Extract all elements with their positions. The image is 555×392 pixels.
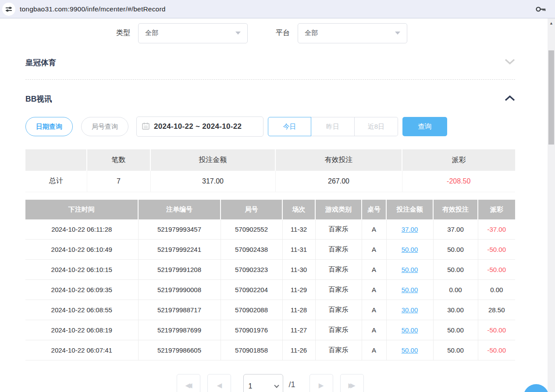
summary-header-row: 笔数 投注金额 有效投注 派彩 (25, 149, 515, 171)
session-cell: 11-28 (282, 300, 315, 320)
valid-bet-cell: 0.00 (433, 280, 478, 300)
bet-amount-link[interactable]: 50.00 (402, 326, 418, 334)
column-header: 桌号 (362, 200, 386, 219)
records-table-body: 2024-10-22 06:11:28521979993457570902552… (25, 219, 515, 360)
session-cell: 11-32 (282, 219, 315, 240)
round-no-cell: 570901976 (221, 320, 282, 340)
filter-row: 类型 全部 平台 全部 (116, 23, 548, 43)
column-header: 游戏类别 (315, 200, 362, 219)
payout-cell: 28.50 (478, 300, 515, 320)
bet-time-cell: 2024-10-22 06:08:55 (25, 300, 138, 320)
table-row: 2024-10-22 06:09:35521979990008570902204… (25, 280, 515, 300)
table-row: 2024-10-22 06:10:15521979991208570902323… (25, 260, 515, 280)
round-no-cell: 570902552 (221, 219, 282, 240)
platform-filter-label: 平台 (276, 28, 290, 38)
table-row: 2024-10-22 06:07:41521979986605570901858… (25, 340, 515, 360)
table-no-cell: A (362, 320, 386, 340)
game-type-cell: 百家乐 (315, 320, 362, 340)
bb-video-title: BB视讯 (25, 94, 52, 104)
payout-cell: -37.00 (478, 219, 515, 240)
table-no-cell: A (362, 280, 386, 300)
payout-cell: 0.00 (478, 280, 515, 300)
table-no-cell: A (362, 240, 386, 260)
table-row: 2024-10-22 06:11:28521979993457570902552… (25, 219, 515, 240)
bet-amount-cell: 50.00 (386, 260, 433, 280)
valid-bet-cell: 30.00 (433, 300, 478, 320)
password-key-icon[interactable] (535, 4, 546, 16)
pagination: ◀◀ ◀ 1 /1 ▶ ▶▶ (25, 374, 515, 392)
vertical-scrollbar[interactable]: ▲ (548, 18, 555, 392)
chevron-down-icon (395, 32, 400, 35)
collapse-chevron-up-icon[interactable] (505, 95, 515, 103)
platform-dropdown[interactable]: 全部 (298, 23, 407, 43)
date-range-value: 2024-10-22 ~ 2024-10-22 (154, 122, 242, 131)
bet-amount-cell: 50.00 (386, 280, 433, 300)
browser-address-bar[interactable]: tongbao31.com:9900/infe/mcenter/#/betRec… (0, 0, 555, 18)
bet-time-cell: 2024-10-22 06:09:35 (25, 280, 138, 300)
round-query-tab[interactable]: 局号查询 (81, 117, 128, 136)
order-no-cell: 521979987699 (138, 320, 221, 340)
valid-bet-cell: 37.00 (433, 219, 478, 240)
summary-payout-value: -208.50 (402, 171, 515, 192)
bet-amount-link[interactable]: 50.00 (402, 266, 418, 273)
last-8-days-button[interactable]: 近8日 (355, 117, 398, 136)
summary-bet-amount-value: 317.00 (150, 171, 275, 192)
section-divider (25, 79, 515, 80)
bet-amount-link[interactable]: 37.00 (402, 226, 418, 233)
bet-amount-link[interactable]: 50.00 (402, 286, 418, 293)
bet-time-cell: 2024-10-22 06:11:28 (25, 219, 138, 240)
bet-time-cell: 2024-10-22 06:10:49 (25, 240, 138, 260)
today-button[interactable]: 今日 (268, 117, 311, 136)
bet-amount-link[interactable]: 50.00 (402, 346, 418, 354)
column-header: 下注时间 (25, 200, 138, 219)
site-controls-icon[interactable] (2, 3, 15, 16)
next-page-button[interactable]: ▶ (310, 374, 333, 392)
summary-header-valid-bet: 有效投注 (275, 149, 402, 171)
platform-dropdown-value: 全部 (305, 29, 395, 37)
summary-header-blank (25, 149, 87, 171)
order-no-cell: 521979992241 (138, 240, 221, 260)
summary-total-row: 总计 7 317.00 267.00 -208.50 (25, 171, 515, 192)
game-type-cell: 百家乐 (315, 260, 362, 280)
column-header: 投注金额 (386, 200, 433, 219)
scroll-up-arrow-icon[interactable]: ▲ (548, 21, 555, 25)
bet-time-cell: 2024-10-22 06:10:15 (25, 260, 138, 280)
bet-record-page: 类型 全部 平台 全部 皇冠体育 BB视讯 (0, 18, 548, 392)
bet-amount-link[interactable]: 50.00 (402, 246, 418, 253)
table-no-cell: A (362, 260, 386, 280)
table-no-cell: A (362, 219, 386, 240)
first-page-button[interactable]: ◀◀ (177, 374, 200, 392)
scrollbar-thumb[interactable] (548, 50, 554, 145)
round-no-cell: 570902204 (221, 280, 282, 300)
page-number-value: 1 (248, 382, 275, 390)
section-crown-sports[interactable]: 皇冠体育 (25, 57, 515, 68)
order-no-cell: 521979990008 (138, 280, 221, 300)
summary-total-label: 总计 (25, 171, 87, 192)
quick-date-button-group: 今日 昨日 近8日 (268, 117, 398, 136)
type-dropdown[interactable]: 全部 (138, 23, 248, 43)
table-no-cell: A (362, 340, 386, 360)
table-row: 2024-10-22 06:10:49521979992241570902438… (25, 240, 515, 260)
game-type-cell: 百家乐 (315, 219, 362, 240)
summary-count-value: 7 (87, 171, 150, 192)
table-row: 2024-10-22 06:08:19521979987699570901976… (25, 320, 515, 340)
prev-page-button[interactable]: ◀ (207, 374, 231, 392)
url-text[interactable]: tongbao31.com:9900/infe/mcenter/#/betRec… (20, 5, 166, 13)
game-type-cell: 百家乐 (315, 280, 362, 300)
bet-amount-cell: 30.00 (386, 300, 433, 320)
summary-table: 笔数 投注金额 有效投注 派彩 总计 7 317.00 267.00 -208.… (25, 149, 515, 192)
last-page-button[interactable]: ▶▶ (340, 374, 364, 392)
date-range-input[interactable]: 2024-10-22 ~ 2024-10-22 (136, 117, 263, 137)
section-bb-video[interactable]: BB视讯 (25, 94, 515, 104)
yesterday-button[interactable]: 昨日 (311, 117, 355, 136)
bet-time-cell: 2024-10-22 06:08:19 (25, 320, 138, 340)
search-button[interactable]: 查询 (402, 117, 447, 136)
round-no-cell: 570902438 (221, 240, 282, 260)
bet-amount-link[interactable]: 30.00 (402, 306, 418, 314)
bet-amount-cell: 50.00 (386, 320, 433, 340)
column-header: 场次 (282, 200, 315, 219)
column-header: 注单编号 (138, 200, 221, 219)
date-query-tab[interactable]: 日期查询 (25, 117, 73, 136)
page-number-select[interactable]: 1 (243, 374, 283, 392)
collapse-chevron-down-icon[interactable] (505, 59, 515, 67)
